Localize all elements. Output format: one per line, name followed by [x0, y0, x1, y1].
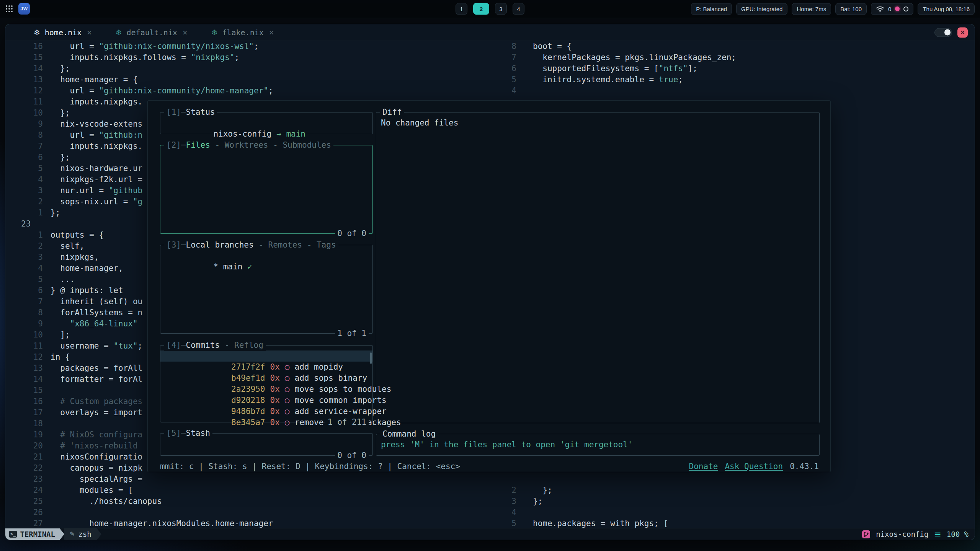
line-number: 21: [5, 452, 51, 463]
panel-title: Diff: [380, 107, 404, 118]
code-line: 27 home-manager.nixosModules.home-manage…: [5, 518, 494, 528]
lazygit-panel-files[interactable]: [2]─Files - Worktrees - Submodules 0 of …: [160, 145, 373, 234]
code-text: kernelPackages = pkgs.linuxPackages_zen;: [524, 52, 736, 63]
shell-tab[interactable]: ✎ zsh: [64, 528, 97, 540]
status-module: GPU: Integrated: [736, 3, 787, 15]
commit-list: 2717f2f0x○add mopidy b49ef1d0x○add sops …: [160, 346, 372, 417]
topbar-left: JW: [5, 3, 30, 15]
tab-close-icon[interactable]: ×: [269, 28, 274, 37]
window-controls: ×: [934, 27, 968, 37]
line-number: 3: [494, 496, 524, 507]
tab-bar: ❄ home.nix × ❄ default.nix × ❄ flake.nix…: [5, 24, 975, 41]
window-toggle[interactable]: [934, 28, 952, 37]
code-text: formatter = forAl: [51, 374, 142, 385]
clock[interactable]: Thu Aug 08, 18:16: [918, 3, 975, 15]
tab-label: flake.nix: [222, 28, 263, 37]
scrollbar-thumb[interactable]: [370, 352, 372, 364]
code-line: 5 initrd.systemd.enable = true;: [494, 74, 975, 85]
editor-area: 16 url = "github:nix-community/nixos-wsl…: [5, 41, 975, 528]
app-launcher-icon[interactable]: [5, 5, 13, 13]
nix-snowflake-icon: ❄: [116, 28, 122, 37]
code-text: };: [524, 485, 552, 496]
commit-row[interactable]: 2717f2f0x○add mopidy: [160, 350, 372, 362]
commit-hash: 2a23950: [231, 385, 265, 394]
tab-close-icon[interactable]: ×: [183, 28, 188, 37]
terminal-mode-chip[interactable]: >_ TERMINAL: [5, 528, 60, 540]
code-text: ];: [51, 329, 70, 341]
code-text: sops-nix.url = "g: [51, 196, 142, 207]
tray-app-icon[interactable]: [903, 7, 908, 11]
line-number: 10: [5, 108, 51, 119]
line-number: 4: [494, 85, 524, 96]
ask-question-link[interactable]: Ask Question: [725, 461, 783, 472]
branch-row[interactable]: * main✓: [160, 245, 372, 284]
code-line: 7 kernelPackages = pkgs.linuxPackages_ze…: [494, 52, 975, 63]
window-status-bar: >_ TERMINAL ✎ zsh nixos-config ≡ 100 %: [5, 528, 975, 540]
workspace-button[interactable]: 4: [513, 3, 524, 15]
logo-badge[interactable]: JW: [18, 3, 30, 15]
lazygit-panel-diff[interactable]: Diff No changed files: [376, 112, 820, 423]
editor-tab[interactable]: ❄ home.nix ×: [27, 24, 99, 41]
line-number: 14: [5, 374, 51, 385]
line-number: 7: [5, 296, 51, 307]
workspace-button[interactable]: 2: [473, 3, 489, 15]
panel-title: [2]─Files - Worktrees - Submodules: [164, 140, 333, 151]
status-modules: P: Balanced GPU: Integrated Home: 7ms Ba…: [691, 3, 867, 15]
nix-snowflake-icon: ❄: [34, 28, 40, 37]
code-text: } @ inputs: let: [51, 285, 123, 296]
system-tray[interactable]: 0: [871, 3, 913, 15]
code-text: packages = forAll: [51, 363, 142, 374]
code-text: nur.url = "github: [51, 185, 142, 196]
lazygit-panel-stash[interactable]: [5]─Stash 0 of 0: [160, 433, 373, 456]
line-number: 15: [5, 385, 51, 396]
code-text: };: [51, 207, 60, 218]
line-number: 23: [5, 218, 51, 230]
code-text: home-manager,: [51, 263, 123, 274]
recording-dot-icon[interactable]: [895, 7, 900, 11]
lazygit-panel-branches[interactable]: [3]─Local branches - Remotes - Tags * ma…: [160, 245, 373, 334]
window-close-button[interactable]: ×: [957, 27, 968, 37]
line-number: 12: [5, 352, 51, 363]
wifi-icon: [876, 6, 884, 12]
terminal-window: ❄ home.nix × ❄ default.nix × ❄ flake.nix…: [5, 24, 975, 540]
tab-label: home.nix: [45, 28, 82, 37]
donate-link[interactable]: Donate: [689, 461, 718, 472]
commit-graph-node: ○: [285, 385, 290, 394]
tab-close-icon[interactable]: ×: [87, 28, 92, 37]
line-number: 17: [5, 407, 51, 418]
line-number: 5: [494, 74, 524, 85]
list-icon[interactable]: ≡: [934, 528, 941, 540]
workspace-button[interactable]: 1: [456, 3, 467, 15]
workspace-button[interactable]: 3: [495, 3, 507, 15]
code-line: 24 modules = [: [5, 485, 494, 496]
lazygit-panel-status[interactable]: [1]─Status nixos-config→ main: [160, 112, 373, 134]
panel-count: 1 of 211: [325, 417, 369, 428]
notification-count: 0: [888, 6, 891, 12]
status-module: P: Balanced: [691, 3, 732, 15]
commit-author: 0x: [270, 407, 280, 416]
commit-hash: 2717f2f: [231, 362, 265, 372]
lazygit-panel-commits[interactable]: [4]─Commits - Reflog 2717f2f0x○add mopid…: [160, 345, 373, 422]
editor-tab[interactable]: ❄ default.nix ×: [109, 24, 194, 41]
line-number: 7: [494, 52, 524, 63]
status-module: Home: 7ms: [792, 3, 831, 15]
line-number: 4: [494, 507, 524, 518]
line-number: 3: [5, 252, 51, 263]
scroll-percent: 100 %: [947, 528, 969, 540]
code-text: [524, 507, 533, 518]
line-number: 5: [494, 518, 524, 528]
code-line: 6 supportedFilesystems = ["ntfs"];: [494, 63, 975, 74]
code-line: 13 home-manager = {: [5, 74, 494, 85]
code-line: 4: [494, 507, 975, 518]
line-number: 9: [5, 318, 51, 329]
statusbar-right: nixos-config ≡ 100 %: [862, 528, 975, 540]
right-pane-top-block: 8 boot = { 7 kernelPackages = pkgs.linux…: [494, 41, 975, 96]
commit-hash: 9486b7d: [231, 407, 265, 416]
code-text: canopus = nixpk: [51, 463, 142, 474]
repo-label[interactable]: nixos-config: [876, 528, 928, 540]
editor-tab[interactable]: ❄ flake.nix ×: [204, 24, 281, 41]
mode-label: TERMINAL: [20, 528, 55, 540]
lazygit-panel-command-log[interactable]: Command log press 'M' in the files panel…: [376, 434, 820, 456]
diff-content: No changed files: [376, 112, 819, 129]
code-text: in {: [51, 352, 70, 363]
